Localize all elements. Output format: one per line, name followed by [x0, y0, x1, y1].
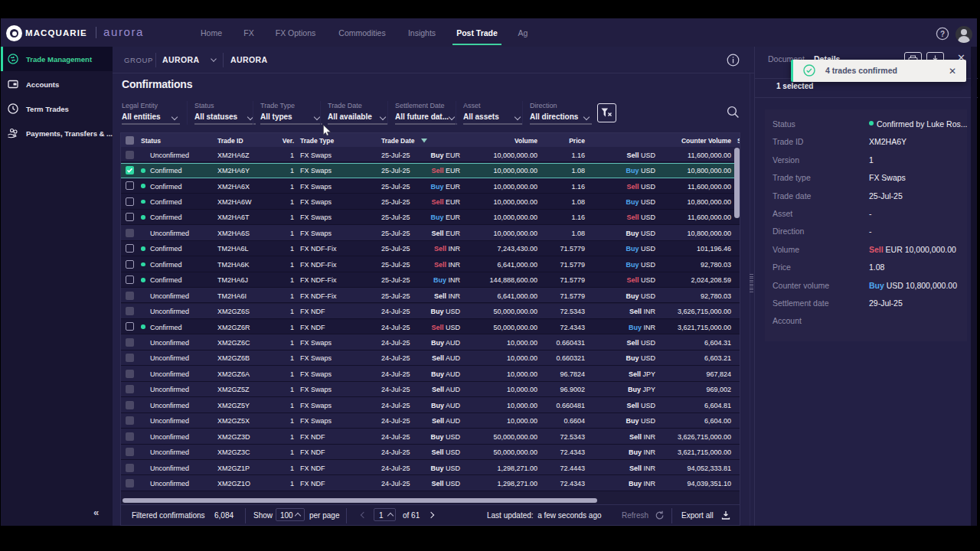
svg-text:?: ?	[940, 30, 945, 38]
